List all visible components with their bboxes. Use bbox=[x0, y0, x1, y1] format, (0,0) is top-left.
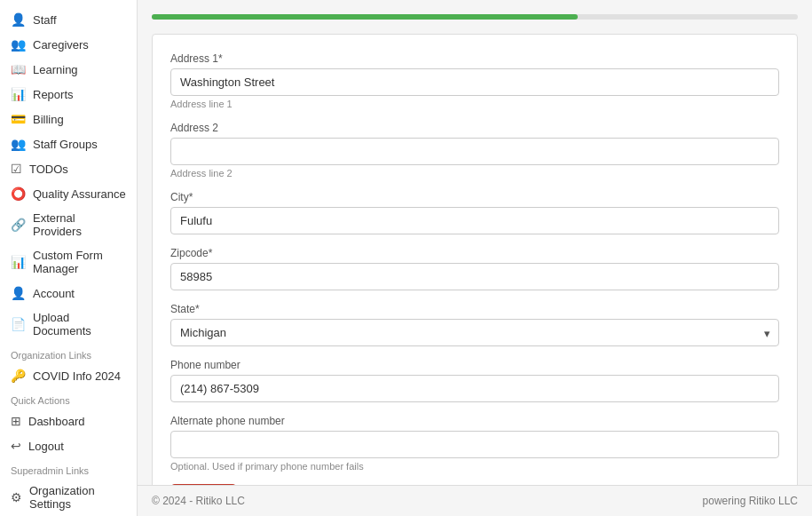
address1-label: Address 1* bbox=[170, 52, 779, 65]
footer-right: powering Ritiko LLC bbox=[703, 495, 798, 507]
phone-label: Phone number bbox=[170, 359, 779, 371]
sidebar-item-external-providers[interactable]: 🔗 External Providers bbox=[0, 206, 137, 243]
alt-phone-group: Alternate phone number Optional. Used if… bbox=[170, 415, 779, 472]
form-card: Address 1* Address line 1 Address 2 Addr… bbox=[152, 34, 798, 485]
address2-helper: Address line 2 bbox=[170, 168, 779, 179]
zipcode-input[interactable] bbox=[170, 263, 779, 290]
sidebar-item-covid-info[interactable]: 🔑 COVID Info 2024 bbox=[0, 363, 137, 388]
todos-icon: ☑ bbox=[11, 162, 22, 176]
state-select-wrapper: Michigan Alabama Alaska Arizona Californ… bbox=[170, 319, 779, 346]
sidebar-item-learning[interactable]: 📖 Learning bbox=[0, 57, 137, 82]
staff-icon: 👤 bbox=[11, 12, 26, 27]
sidebar-item-todos[interactable]: ☑ TODOs bbox=[0, 156, 137, 181]
zipcode-group: Zipcode* bbox=[170, 247, 779, 290]
address2-group: Address 2 Address line 2 bbox=[170, 122, 779, 179]
footer: © 2024 - Ritiko LLC powering Ritiko LLC bbox=[138, 485, 812, 516]
billing-icon: 💳 bbox=[11, 112, 26, 126]
sidebar: 👤 Staff 👥 Caregivers 📖 Learning 📊 Report… bbox=[0, 0, 138, 516]
phone-input[interactable] bbox=[170, 375, 779, 402]
phone-group: Phone number bbox=[170, 359, 779, 402]
state-select[interactable]: Michigan Alabama Alaska Arizona Californ… bbox=[170, 319, 779, 346]
upload-documents-icon: 📄 bbox=[11, 317, 26, 331]
covid-info-icon: 🔑 bbox=[11, 369, 26, 383]
sidebar-item-org-settings[interactable]: ⚙ Organization Settings bbox=[0, 479, 137, 516]
superadmin-links-label: Superadmin Links bbox=[0, 458, 137, 479]
alt-phone-label: Alternate phone number bbox=[170, 415, 779, 427]
alt-phone-input[interactable] bbox=[170, 431, 779, 458]
reports-icon: 📊 bbox=[11, 87, 26, 101]
sidebar-item-caregivers[interactable]: 👥 Caregivers bbox=[0, 32, 137, 57]
org-settings-icon: ⚙ bbox=[11, 490, 22, 504]
sidebar-item-upload-documents[interactable]: 📄 Upload Documents bbox=[0, 306, 137, 343]
quality-assurance-icon: ⭕ bbox=[11, 187, 26, 201]
sidebar-item-staff[interactable]: 👤 Staff bbox=[0, 7, 137, 32]
state-group: State* Michigan Alabama Alaska Arizona C… bbox=[170, 303, 779, 346]
state-label: State* bbox=[170, 303, 779, 315]
sidebar-item-reports[interactable]: 📊 Reports bbox=[0, 82, 137, 107]
sidebar-item-billing[interactable]: 💳 Billing bbox=[0, 107, 137, 131]
sidebar-item-logout[interactable]: ↩ Logout bbox=[0, 433, 137, 458]
logout-icon: ↩ bbox=[11, 439, 21, 453]
org-links-label: Organization Links bbox=[0, 343, 137, 363]
learning-icon: 📖 bbox=[11, 62, 26, 76]
address1-helper: Address line 1 bbox=[170, 99, 779, 109]
city-input[interactable] bbox=[170, 207, 779, 234]
sidebar-item-custom-form-manager[interactable]: 📊 Custom Form Manager bbox=[0, 243, 137, 281]
zipcode-label: Zipcode* bbox=[170, 247, 779, 259]
address2-input[interactable] bbox=[170, 138, 779, 165]
form-area: Address 1* Address line 1 Address 2 Addr… bbox=[138, 0, 812, 485]
sidebar-item-staff-groups[interactable]: 👥 Staff Groups bbox=[0, 131, 137, 156]
city-group: City* bbox=[170, 191, 779, 234]
staff-groups-icon: 👥 bbox=[11, 137, 26, 151]
dashboard-icon: ⊞ bbox=[11, 414, 21, 428]
address1-group: Address 1* Address line 1 bbox=[170, 52, 779, 109]
sidebar-item-account[interactable]: 👤 Account bbox=[0, 281, 137, 306]
main-content: Address 1* Address line 1 Address 2 Addr… bbox=[138, 0, 812, 516]
account-icon: 👤 bbox=[11, 286, 26, 300]
city-label: City* bbox=[170, 191, 779, 203]
sidebar-item-dashboard[interactable]: ⊞ Dashboard bbox=[0, 409, 137, 433]
external-providers-icon: 🔗 bbox=[11, 218, 26, 232]
footer-left: © 2024 - Ritiko LLC bbox=[152, 495, 245, 507]
address2-label: Address 2 bbox=[170, 122, 779, 134]
address1-input[interactable] bbox=[170, 68, 779, 96]
progress-bar-fill bbox=[152, 14, 578, 20]
sidebar-item-quality-assurance[interactable]: ⭕ Quality Assurance bbox=[0, 181, 137, 206]
caregivers-icon: 👥 bbox=[11, 37, 26, 52]
alt-phone-helper: Optional. Used if primary phone number f… bbox=[170, 461, 779, 472]
quick-actions-label: Quick Actions bbox=[0, 388, 137, 409]
custom-form-manager-icon: 📊 bbox=[11, 255, 26, 269]
progress-bar-container bbox=[152, 14, 798, 20]
